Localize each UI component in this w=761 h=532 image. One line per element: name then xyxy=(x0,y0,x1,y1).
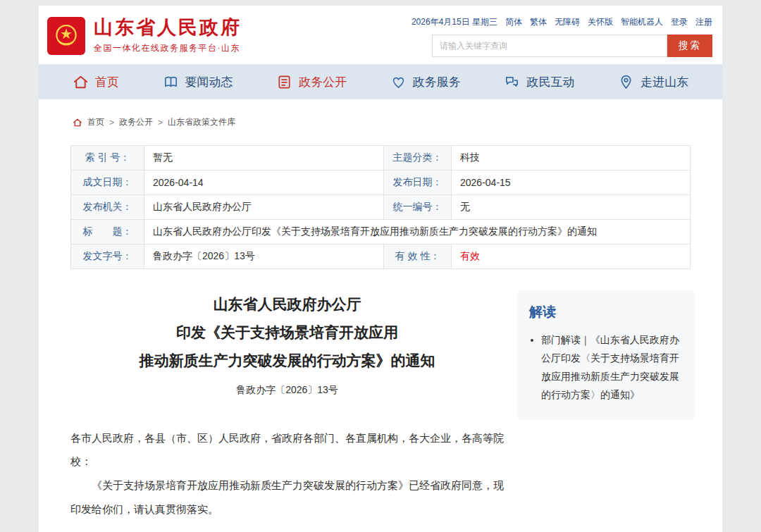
article-title-line: 推动新质生产力突破发展的行动方案》的通知 xyxy=(70,347,504,375)
site-subtitle: 全国一体化在线政务服务平台·山东 xyxy=(94,42,242,54)
nav-label: 政务公开 xyxy=(299,74,347,90)
article-paragraph: 《关于支持场景培育开放应用推动新质生产力突破发展的行动方案》已经省政府同意，现印… xyxy=(70,474,504,521)
gov-service-icon xyxy=(390,74,407,90)
gov-open-icon xyxy=(276,74,292,90)
nav-item-home[interactable]: 首页 xyxy=(73,74,119,90)
meta-label-written-date: 成文日期： xyxy=(71,171,144,195)
meta-value-validity: 有效 xyxy=(452,245,691,269)
search-input[interactable] xyxy=(432,35,667,57)
meta-label-validity: 有 效 性： xyxy=(384,245,452,269)
table-row: 成文日期： 2026-04-14 发布日期： 2026-04-15 xyxy=(71,171,691,195)
nav-label: 政务服务 xyxy=(413,74,461,90)
sidebar-title: 解读 xyxy=(529,303,683,321)
home-icon xyxy=(73,74,89,90)
breadcrumb: 首页 > 政务公开 > 山东省政策文件库 xyxy=(39,99,722,140)
document-meta-table: 索 引 号： 暂无 主题分类： 科技 成文日期： 2026-04-14 发布日期… xyxy=(70,145,691,269)
content-area: 山东省人民政府办公厅 印发《关于支持场景培育开放应用 推动新质生产力突破发展的行… xyxy=(39,269,722,532)
search-button[interactable]: 搜索 xyxy=(667,35,712,57)
meta-label-publish-date: 发布日期： xyxy=(384,171,452,195)
national-emblem-icon xyxy=(47,17,85,55)
site-logo[interactable]: 山东省人民政府 全国一体化在线政务服务平台·山东 xyxy=(47,15,242,57)
meta-label-title: 标 题： xyxy=(71,220,144,245)
topbar-link-accessibility[interactable]: 无障碍 xyxy=(555,16,580,28)
meta-label-topic-category: 主题分类： xyxy=(384,146,452,171)
breadcrumb-item-gov-open[interactable]: 政务公开 xyxy=(119,116,153,128)
meta-value-title: 山东省人民政府办公厅印发《关于支持场景培育开放应用推动新质生产力突破发展的行动方… xyxy=(144,220,691,245)
meta-value-unified-number: 无 xyxy=(452,195,691,220)
table-row: 发文字号： 鲁政办字〔2026〕13号 有 效 性： 有效 xyxy=(71,245,691,269)
current-date: 2026年4月15日 星期三 xyxy=(412,16,497,28)
table-row: 标 题： 山东省人民政府办公厅印发《关于支持场景培育开放应用推动新质生产力突破发… xyxy=(71,220,691,245)
meta-label-unified-number: 统一编号： xyxy=(384,195,452,220)
news-icon xyxy=(163,74,179,90)
nav-label: 政民互动 xyxy=(526,74,574,90)
location-icon xyxy=(618,74,634,90)
article-paragraph: 各市人民政府，各县（市、区）人民政府，省政府各部门、各直属机构，各大企业，各高等… xyxy=(70,426,504,474)
nav-item-visit-shandong[interactable]: 走进山东 xyxy=(618,74,688,90)
site-header: 山东省人民政府 全国一体化在线政务服务平台·山东 2026年4月15日 星期三 … xyxy=(39,6,722,64)
main-nav: 首页 要闻动态 政务公开 政务服务 政民互动 xyxy=(39,64,722,99)
article-title-line: 印发《关于支持场景培育开放应用 xyxy=(70,318,504,347)
meta-value-index-number: 暂无 xyxy=(144,146,384,171)
topbar-link-care-version[interactable]: 关怀版 xyxy=(588,16,613,28)
table-row: 发布机关： 山东省人民政府办公厅 统一编号： 无 xyxy=(71,195,691,220)
topbar-link-chatbot[interactable]: 智能机器人 xyxy=(621,16,663,28)
nav-item-gov-open[interactable]: 政务公开 xyxy=(276,74,347,90)
site-title: 山东省人民政府 xyxy=(94,18,242,39)
header-right: 2026年4月15日 星期三 简体 繁体 无障碍 关怀版 智能机器人 登录 注册… xyxy=(412,15,714,57)
meta-label-doc-number: 发文字号： xyxy=(71,245,144,269)
meta-value-topic-category: 科技 xyxy=(452,146,691,171)
article: 山东省人民政府办公厅 印发《关于支持场景培育开放应用 推动新质生产力突破发展的行… xyxy=(70,290,504,532)
validity-status: 有效 xyxy=(460,250,480,261)
nav-label: 走进山东 xyxy=(641,74,688,90)
article-doc-number: 鲁政办字〔2026〕13号 xyxy=(70,384,504,397)
sidebar-list: 部门解读｜《山东省人民政府办公厅印发〈关于支持场景培育开放应用推动新质生产力突破… xyxy=(529,331,683,404)
topbar-link-simplified[interactable]: 简体 xyxy=(505,16,522,28)
table-row: 索 引 号： 暂无 主题分类： 科技 xyxy=(71,146,691,171)
article-title-line: 山东省人民政府办公厅 xyxy=(70,290,504,318)
page-container: 山东省人民政府 全国一体化在线政务服务平台·山东 2026年4月15日 星期三 … xyxy=(39,6,722,532)
topbar-link-traditional[interactable]: 繁体 xyxy=(530,16,547,28)
list-item[interactable]: 部门解读｜《山东省人民政府办公厅印发〈关于支持场景培育开放应用推动新质生产力突破… xyxy=(541,331,683,404)
breadcrumb-item-policy-library: 山东省政策文件库 xyxy=(168,116,235,128)
meta-value-publish-date: 2026-04-15 xyxy=(452,171,691,195)
article-title: 山东省人民政府办公厅 印发《关于支持场景培育开放应用 推动新质生产力突破发展的行… xyxy=(70,290,504,375)
meta-label-index-number: 索 引 号： xyxy=(71,146,144,171)
nav-item-interaction[interactable]: 政民互动 xyxy=(504,74,574,90)
topbar-link-register[interactable]: 注册 xyxy=(695,16,712,28)
interpretation-sidebar: 解读 部门解读｜《山东省人民政府办公厅印发〈关于支持场景培育开放应用推动新质生产… xyxy=(518,290,694,420)
meta-value-issuing-agency: 山东省人民政府办公厅 xyxy=(144,195,384,220)
document-meta-section: 索 引 号： 暂无 主题分类： 科技 成文日期： 2026-04-14 发布日期… xyxy=(39,140,722,269)
topbar-link-login[interactable]: 登录 xyxy=(671,16,688,28)
meta-value-doc-number: 鲁政办字〔2026〕13号 xyxy=(144,245,384,269)
nav-label: 首页 xyxy=(95,74,119,90)
breadcrumb-separator: > xyxy=(158,118,163,128)
nav-item-news[interactable]: 要闻动态 xyxy=(163,74,233,90)
breadcrumb-home-icon[interactable] xyxy=(73,118,82,128)
article-body: 各市人民政府，各县（市、区）人民政府，省政府各部门、各直属机构，各大企业，各高等… xyxy=(70,426,504,521)
meta-value-written-date: 2026-04-14 xyxy=(144,171,384,195)
breadcrumb-separator: > xyxy=(109,118,114,128)
interaction-icon xyxy=(504,74,520,90)
search-bar: 搜索 xyxy=(432,35,712,57)
nav-label: 要闻动态 xyxy=(185,74,233,90)
meta-label-issuing-agency: 发布机关： xyxy=(71,195,144,220)
breadcrumb-item-home[interactable]: 首页 xyxy=(87,116,104,128)
site-title-block: 山东省人民政府 全国一体化在线政务服务平台·山东 xyxy=(94,18,242,55)
topbar: 2026年4月15日 星期三 简体 繁体 无障碍 关怀版 智能机器人 登录 注册 xyxy=(412,16,712,28)
nav-item-gov-service[interactable]: 政务服务 xyxy=(390,74,461,90)
